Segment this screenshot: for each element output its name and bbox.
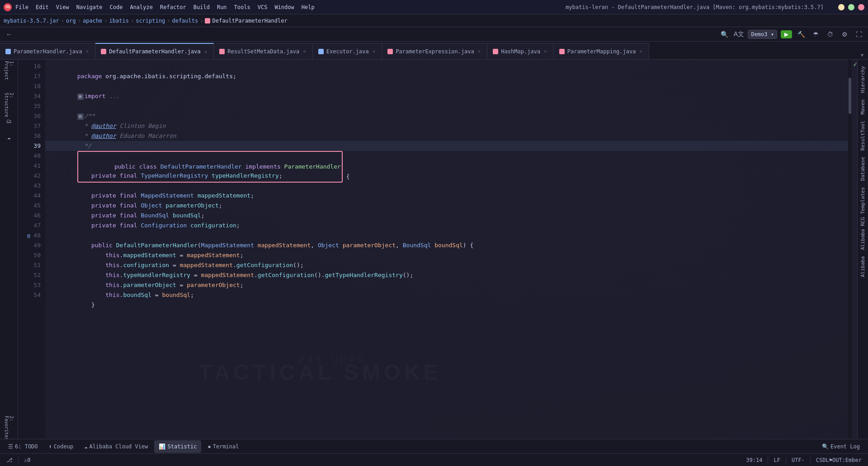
settings-button[interactable]: ⚙: [839, 29, 850, 40]
bottom-tab-todo[interactable]: ☰ 6: TODO: [4, 440, 42, 453]
statistic-icon: 📊: [159, 443, 165, 450]
tab-parameterhandler[interactable]: ParameterHandler.java ✕: [0, 43, 95, 59]
cursor-position[interactable]: 39:14: [743, 454, 765, 466]
bc-scripting[interactable]: scripting: [136, 18, 165, 24]
bc-org[interactable]: org: [66, 18, 76, 24]
translate-button[interactable]: A文: [733, 29, 744, 40]
menu-analyze[interactable]: Analyze: [130, 4, 153, 10]
window-controls[interactable]: [838, 4, 864, 10]
tab-icon: [101, 49, 106, 54]
run-button[interactable]: ▶: [781, 30, 792, 38]
menu-vcs[interactable]: VCS: [258, 4, 268, 10]
bottom-tab-alibaba-cloud[interactable]: ☁ Alibaba Cloud View: [80, 440, 152, 453]
menu-refactor[interactable]: Refactor: [160, 4, 186, 10]
sidebar-favorites[interactable]: 2: Favorites: [2, 421, 16, 435]
tab-close[interactable]: ✕: [477, 48, 482, 55]
right-tab-hierarchy[interactable]: Hierarchy: [858, 63, 868, 96]
tab-defaultparameterhandler[interactable]: DefaultParameterHandler.java ✕: [95, 43, 214, 59]
git-branch[interactable]: ⎇: [4, 454, 15, 466]
code-line-37: * @author Eduardo Macarron: [45, 121, 848, 131]
line-num-38: 38: [18, 131, 45, 141]
tab-close[interactable]: ✕: [372, 48, 377, 55]
sidebar-cloud-explorer[interactable]: ☁: [2, 130, 16, 145]
tabs-overflow-button[interactable]: ▾: [860, 51, 864, 59]
right-tab-maven[interactable]: Maven: [858, 97, 868, 117]
code-line-34: [45, 91, 848, 101]
bc-jar[interactable]: mybatis-3.5.7.jar: [4, 18, 59, 24]
right-tab-alibaba[interactable]: Alibaba: [858, 254, 868, 280]
tab-resultsetmetadata[interactable]: ResultSetMetaData.java ✕: [214, 43, 313, 59]
tab-parametermapping[interactable]: ParameterMapping.java ✕: [554, 43, 649, 59]
bc-defaults[interactable]: defaults: [172, 18, 198, 24]
tab-close[interactable]: ✕: [85, 48, 90, 55]
tab-executor[interactable]: Executor.java ✕: [313, 43, 382, 59]
line-num-18: 18: [18, 81, 45, 91]
tab-close[interactable]: ✕: [203, 48, 208, 55]
line-num-53: 53: [18, 280, 45, 290]
coverage-button[interactable]: ☂: [810, 29, 821, 40]
code-line-18: ⊞import ...: [45, 81, 848, 91]
sidebar-explorer[interactable]: 🗂: [2, 114, 16, 128]
menu-help[interactable]: Help: [302, 4, 315, 10]
event-log-button[interactable]: 🔍 Event Log: [817, 440, 864, 453]
menu-bar[interactable]: File Edit View Navigate Code Analyze Ref…: [15, 4, 315, 10]
scrollbar-thumb[interactable]: [849, 78, 851, 114]
menu-run[interactable]: Run: [217, 4, 227, 10]
encoding[interactable]: UTF-: [789, 454, 807, 466]
run-config-dropdown[interactable]: Demo3 ▾: [748, 30, 777, 39]
indentation[interactable]: CSDL⚑OUT:Ember: [813, 454, 864, 466]
todo-icon: ☰: [8, 443, 13, 450]
line-num-35: 35: [18, 101, 45, 111]
bc-ibatis[interactable]: ibatis: [109, 18, 129, 24]
menu-navigate[interactable]: Navigate: [76, 4, 103, 10]
menu-edit[interactable]: Edit: [36, 4, 49, 10]
tab-hashmap[interactable]: HashMap.java ✕: [487, 43, 553, 59]
line-num-46: 46: [18, 211, 45, 221]
bottom-tab-statistic[interactable]: 📊 Statistic: [154, 440, 201, 453]
fold-javadoc[interactable]: ⊟: [77, 113, 84, 120]
right-tab-resulttool[interactable]: ResultTool: [858, 118, 868, 153]
code-editor[interactable]: package org.apache.ibatis.scripting.defa…: [45, 60, 848, 439]
bc-apache[interactable]: apache: [83, 18, 102, 24]
tab-close[interactable]: ✕: [543, 48, 548, 55]
menu-code[interactable]: Code: [110, 4, 123, 10]
menu-build[interactable]: Build: [193, 4, 210, 10]
back-button[interactable]: ←: [4, 29, 14, 40]
vertical-scrollbar[interactable]: [848, 60, 852, 439]
line-num-41: 41: [18, 161, 45, 171]
error-stripe: ✓: [852, 60, 857, 439]
expand-button[interactable]: ⛶: [854, 29, 864, 40]
menu-window[interactable]: Window: [274, 4, 294, 10]
line-num-17: 17: [18, 71, 45, 81]
bottom-tab-codeup[interactable]: ⬆ Codeup: [44, 440, 78, 453]
maximize-button[interactable]: [848, 4, 854, 10]
line-num-42: 42: [18, 171, 45, 181]
menu-file[interactable]: File: [15, 4, 28, 10]
alibaba-cloud-icon: ☁: [84, 443, 87, 450]
toolbar: ← 🔍 A文 Demo3 ▾ ▶ 🔨 ☂ ⏱ ⚙ ⛶: [0, 27, 868, 42]
minimize-button[interactable]: [838, 4, 844, 10]
menu-view[interactable]: View: [56, 4, 69, 10]
line-num-34: 34: [18, 91, 45, 101]
profile-button[interactable]: ⏱: [825, 29, 835, 40]
line-separator[interactable]: LF: [771, 454, 783, 466]
close-button[interactable]: [858, 4, 864, 10]
right-tab-database[interactable]: Database: [858, 154, 868, 184]
bottom-tab-terminal[interactable]: ▪ Terminal: [203, 440, 243, 453]
search-button[interactable]: 🔍: [719, 29, 730, 40]
tab-close[interactable]: ✕: [302, 48, 307, 55]
line-num-40: 40: [18, 151, 45, 161]
sidebar-project[interactable]: 1: Project: [2, 63, 16, 78]
menu-tools[interactable]: Tools: [234, 4, 250, 10]
fold-import[interactable]: ⊞: [77, 94, 84, 100]
status-warnings[interactable]: ⚠ 0: [21, 454, 33, 466]
right-tab-alibaba-rcg[interactable]: Alibaba RCG Templates: [858, 184, 868, 253]
tab-parameterexpression[interactable]: ParameterExpression.java ✕: [382, 43, 487, 59]
line-num-54: 54: [18, 290, 45, 300]
encoding-label: UTF-: [792, 457, 805, 463]
code-line-16: package org.apache.ibatis.scripting.defa…: [45, 61, 848, 71]
sidebar-structure[interactable]: 2: Structure: [2, 98, 16, 112]
tab-close[interactable]: ✕: [638, 48, 643, 55]
build-button[interactable]: 🔨: [796, 29, 807, 40]
warning-count: 0: [27, 457, 30, 463]
